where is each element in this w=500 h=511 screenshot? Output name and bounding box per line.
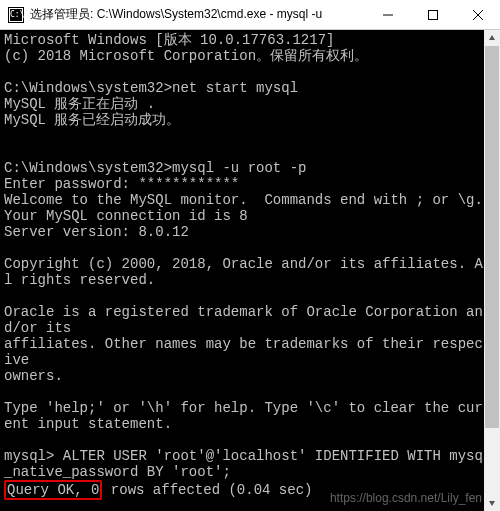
svg-marker-8 [489,35,495,40]
terminal-line: Welcome to the MySQL monitor. Commands e… [4,192,496,208]
terminal-text: rows affected (0.04 sec) [102,482,312,498]
terminal-line: C:\Windows\system32>mysql -u root -p [4,160,496,176]
vertical-scrollbar[interactable] [484,30,500,511]
terminal-line: Server version: 8.0.12 [4,224,496,240]
terminal-line: owners. [4,368,496,384]
terminal-output[interactable]: Microsoft Windows [版本 10.0.17763.1217](c… [0,30,500,511]
terminal-line: affiliates. Other names may be trademark… [4,336,496,368]
terminal-line [4,384,496,400]
query-ok-highlight: Query OK, 0 [4,480,102,500]
scroll-up-button[interactable] [484,30,500,46]
terminal-line: Type 'help;' or '\h' for help. Type '\c'… [4,400,496,432]
terminal-line: MySQL 服务正在启动 . [4,96,496,112]
terminal-line: C:\Windows\system32>net start mysql [4,80,496,96]
window-title: 选择管理员: C:\Windows\System32\cmd.exe - mys… [30,6,365,23]
terminal-line: (c) 2018 Microsoft Corporation。保留所有权利。 [4,48,496,64]
terminal-line: Copyright (c) 2000, 2018, Oracle and/or … [4,256,496,288]
scroll-down-button[interactable] [484,495,500,511]
terminal-line [4,64,496,80]
svg-rect-5 [428,10,437,19]
scrollbar-track[interactable] [484,46,500,495]
svg-text:C:\: C:\ [10,10,24,19]
window-titlebar: C:\ 选择管理员: C:\Windows\System32\cmd.exe -… [0,0,500,30]
terminal-line: MySQL 服务已经启动成功。 [4,112,496,128]
terminal-line [4,144,496,160]
terminal-line [4,288,496,304]
svg-marker-9 [489,501,495,506]
terminal-line: mysql> ALTER USER 'root'@'localhost' IDE… [4,448,496,480]
cmd-icon: C:\ [8,7,24,23]
close-button[interactable] [455,0,500,30]
terminal-line: Query OK, 0 rows affected (0.04 sec) [4,480,496,500]
terminal-line [4,128,496,144]
terminal-line [4,240,496,256]
terminal-line: Your MySQL connection id is 8 [4,208,496,224]
terminal-line: Enter password: ************ [4,176,496,192]
terminal-line [4,432,496,448]
terminal-line: Oracle is a registered trademark of Orac… [4,304,496,336]
terminal-line: Microsoft Windows [版本 10.0.17763.1217] [4,32,496,48]
minimize-button[interactable] [365,0,410,30]
maximize-button[interactable] [410,0,455,30]
scrollbar-thumb[interactable] [485,46,499,428]
